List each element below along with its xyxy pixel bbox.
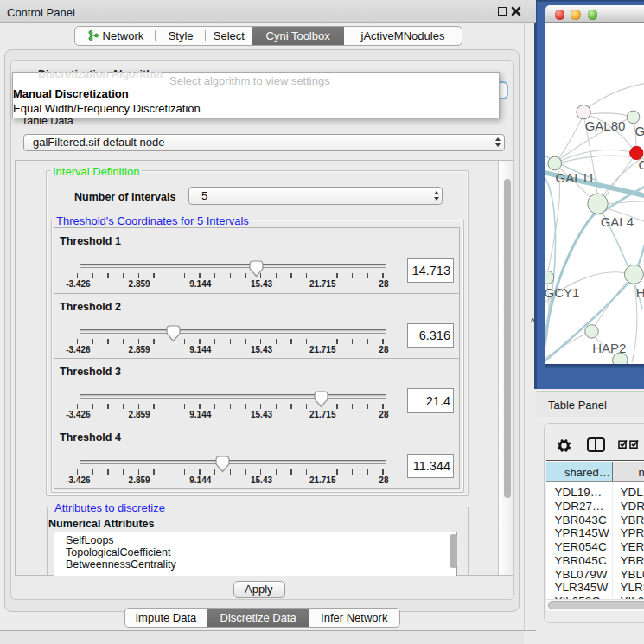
svg-text:GCY1: GCY1	[545, 285, 579, 300]
svg-text:CR: CR	[639, 157, 644, 172]
svg-text:GAL4: GAL4	[601, 214, 634, 229]
svg-text:H: H	[636, 285, 644, 300]
svg-text:HAP2: HAP2	[592, 341, 626, 355]
svg-text:GAL11: GAL11	[556, 170, 596, 185]
svg-text:GAL80: GAL80	[585, 118, 626, 133]
svg-text:GAL3: GAL3	[634, 124, 644, 138]
